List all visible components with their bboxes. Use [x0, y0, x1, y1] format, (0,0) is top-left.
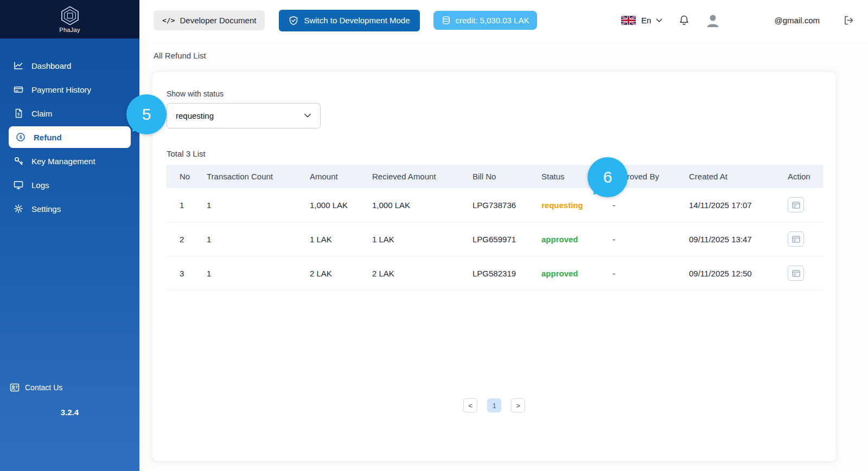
sidebar: PhaJay Dashboard Payment History $ Claim… — [0, 0, 139, 471]
cell-approved-by: - — [608, 256, 685, 291]
annotation-bubble-5: 5 — [126, 94, 167, 134]
sidebar-item-label: Key Management — [31, 157, 95, 166]
logs-icon — [13, 179, 24, 190]
shield-check-icon — [289, 16, 298, 25]
settings-gear-icon — [13, 203, 24, 214]
col-created-at: Created At — [685, 165, 783, 188]
col-transaction-count: Transaction Count — [202, 165, 305, 188]
sidebar-item-claim[interactable]: $ Claim — [0, 102, 139, 124]
logo-text: PhaJay — [59, 27, 80, 33]
cell-approved-by: - — [608, 222, 685, 256]
col-action: Action — [783, 165, 823, 188]
breadcrumb: All Refund List — [154, 51, 206, 60]
sidebar-item-key-management[interactable]: Key Management — [0, 150, 139, 172]
col-received-amount: Recieved Amount — [368, 165, 468, 188]
pagination-next-button[interactable]: > — [511, 398, 525, 412]
switch-mode-label: Switch to Development Mode — [304, 16, 410, 25]
annotation-bubble-6: 6 — [588, 157, 628, 197]
status-filter-value: requesting — [176, 111, 214, 120]
sidebar-item-label: Logs — [31, 180, 49, 190]
status-filter-select[interactable]: requesting — [167, 103, 321, 128]
sidebar-item-contact-us[interactable]: Contact Us — [0, 378, 139, 397]
refund-table: No Transaction Count Amount Recieved Amo… — [167, 165, 823, 291]
table-row: 1 1 1,000 LAK 1,000 LAK LPG738736 reques… — [167, 188, 823, 222]
row-detail-button[interactable] — [788, 266, 804, 281]
chevron-down-icon — [304, 113, 311, 118]
logout-icon[interactable] — [844, 15, 854, 25]
user-avatar-icon[interactable] — [705, 12, 721, 29]
row-detail-button[interactable] — [788, 231, 804, 247]
contact-us-icon — [10, 383, 20, 392]
cell-received-amount: 1 LAK — [368, 222, 468, 256]
sidebar-item-label: Refund — [34, 133, 62, 142]
sidebar-item-label: Settings — [31, 204, 61, 214]
svg-text:$: $ — [17, 112, 20, 116]
sidebar-item-dashboard[interactable]: Dashboard — [0, 55, 139, 76]
chevron-down-icon[interactable] — [656, 18, 662, 23]
cell-amount: 1 LAK — [305, 222, 368, 256]
cell-no: 3 — [167, 256, 202, 291]
table-row: 3 1 2 LAK 2 LAK LPG582319 approved - 09/… — [167, 256, 823, 291]
sidebar-item-payment-history[interactable]: Payment History — [0, 79, 139, 100]
refund-icon: $ — [15, 132, 26, 143]
pagination: < 1 > — [152, 398, 836, 412]
status-badge: approved — [537, 256, 608, 291]
pagination-prev-button[interactable]: < — [463, 398, 477, 412]
sidebar-item-refund[interactable]: $ Refund — [9, 126, 131, 148]
col-no: No — [167, 165, 202, 188]
app-version: 3.2.4 — [0, 408, 139, 417]
logo-area: PhaJay — [0, 0, 139, 38]
cell-bill-no: LPG738736 — [468, 188, 537, 222]
sidebar-item-label: Dashboard — [31, 61, 71, 70]
coins-icon — [442, 16, 451, 25]
claim-icon: $ — [13, 108, 24, 119]
row-detail-button[interactable] — [788, 197, 804, 212]
filter-label: Show with status — [167, 89, 822, 98]
cell-no: 2 — [167, 222, 202, 256]
cell-created-at: 09/11/2025 13:47 — [685, 222, 783, 256]
pagination-page-1-button[interactable]: 1 — [487, 398, 501, 412]
credit-amount: credit: 5,030.03 LAK — [456, 16, 529, 25]
notification-bell-icon[interactable] — [679, 15, 690, 26]
col-amount: Amount — [305, 165, 368, 188]
cell-amount: 1,000 LAK — [305, 188, 368, 222]
dashboard-icon — [13, 60, 24, 71]
cell-transaction-count: 1 — [202, 188, 305, 222]
contact-us-label: Contact Us — [25, 383, 62, 392]
developer-document-button[interactable]: </> Developer Document — [154, 10, 265, 30]
cell-created-at: 09/11/2025 12:50 — [685, 256, 783, 291]
cell-transaction-count: 1 — [202, 222, 305, 256]
svg-text:$: $ — [20, 134, 22, 140]
cell-bill-no: LPG659971 — [468, 222, 537, 256]
payment-history-icon — [13, 84, 24, 95]
cell-amount: 2 LAK — [305, 256, 368, 291]
user-email: @gmail.com — [774, 16, 820, 25]
status-badge: approved — [537, 222, 608, 256]
cell-bill-no: LPG582319 — [468, 256, 537, 291]
topbar-right-cluster: En @gmail.com — [621, 12, 854, 29]
developer-document-label: Developer Document — [180, 16, 256, 25]
table-header-row: No Transaction Count Amount Recieved Amo… — [167, 165, 823, 188]
sidebar-item-label: Claim — [31, 109, 52, 118]
topbar: </> Developer Document Switch to Develop… — [139, 0, 868, 41]
col-bill-no: Bill No — [468, 165, 537, 188]
switch-development-mode-button[interactable]: Switch to Development Mode — [279, 10, 419, 31]
total-count-label: Total 3 List — [167, 149, 822, 158]
phajay-logo-icon — [60, 5, 80, 26]
code-icon: </> — [162, 16, 175, 24]
language-label[interactable]: En — [641, 16, 651, 25]
cell-received-amount: 2 LAK — [368, 256, 468, 291]
sidebar-item-logs[interactable]: Logs — [0, 174, 139, 196]
cell-received-amount: 1,000 LAK — [368, 188, 468, 222]
sidebar-menu: Dashboard Payment History $ Claim $ Refu… — [0, 38, 139, 220]
credit-badge[interactable]: credit: 5,030.03 LAK — [433, 11, 538, 30]
refund-list-card: Show with status requesting Total 3 List… — [152, 72, 836, 461]
cell-created-at: 14/11/2025 17:07 — [685, 188, 783, 222]
table-row: 2 1 1 LAK 1 LAK LPG659971 approved - 09/… — [167, 222, 823, 256]
uk-flag-icon[interactable] — [621, 16, 636, 25]
sidebar-item-label: Payment History — [31, 85, 91, 94]
sidebar-item-settings[interactable]: Settings — [0, 198, 139, 220]
key-icon — [13, 156, 24, 166]
cell-transaction-count: 1 — [202, 256, 305, 291]
cell-no: 1 — [167, 188, 202, 222]
